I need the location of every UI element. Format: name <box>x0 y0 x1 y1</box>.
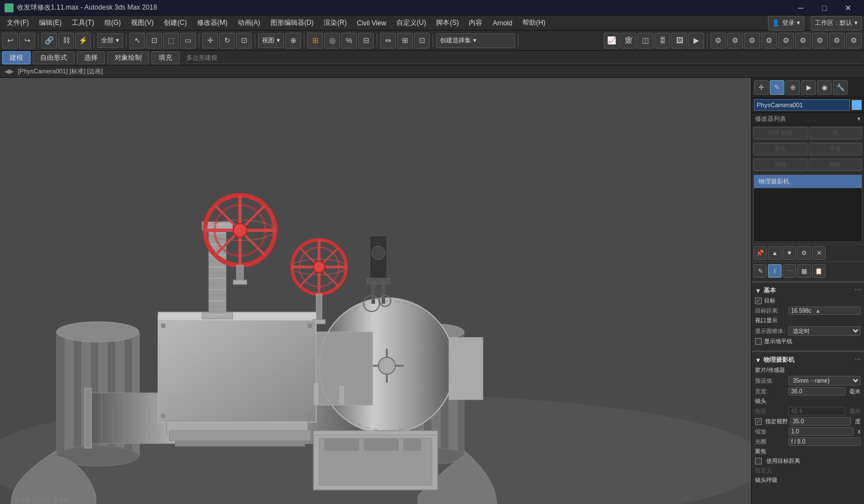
menu-arnold[interactable]: Arnold <box>488 17 517 29</box>
modify-mode-icon[interactable]: ✎ <box>770 80 784 95</box>
tab-modeling[interactable]: 建模 <box>2 51 30 64</box>
create-mode-icon[interactable]: ✛ <box>754 80 769 95</box>
snap-toggle[interactable]: ⊞ <box>307 33 323 49</box>
aperture-value[interactable]: f / 8.0 <box>788 437 861 446</box>
view-dropdown[interactable]: 视图 ▾ <box>258 33 284 48</box>
close-button[interactable]: ✕ <box>837 0 859 16</box>
link-button[interactable]: 🔗 <box>41 33 57 49</box>
render-tools-5[interactable]: ⚙ <box>778 33 794 49</box>
param-mode-icon[interactable]: I <box>768 264 782 278</box>
align-button[interactable]: ⊞ <box>397 33 413 49</box>
normals-button[interactable]: 法线 <box>753 159 808 171</box>
minimize-button[interactable]: ─ <box>789 0 812 16</box>
select-all-dropdown[interactable]: 全部 ▾ <box>97 33 123 48</box>
menu-civil-view[interactable]: Civil View <box>352 17 391 29</box>
scale-button[interactable]: ⊡ <box>236 33 252 49</box>
move-button[interactable]: ✛ <box>202 33 218 49</box>
mode-4-icon[interactable]: ▦ <box>797 264 811 278</box>
curve-editor-button[interactable]: 📈 <box>604 33 619 49</box>
render-tools-7[interactable]: ⚙ <box>812 33 828 49</box>
mode-5-icon[interactable]: 📋 <box>812 264 826 278</box>
workspace-selector[interactable]: 工作区：默认 ▾ <box>811 16 862 30</box>
menu-edit[interactable]: 编辑(E) <box>34 16 66 29</box>
render-tools-2[interactable]: ⚙ <box>727 33 743 49</box>
schematic-view-button[interactable]: 🕸 <box>621 33 636 49</box>
tab-freeform[interactable]: 自由形式 <box>33 51 75 64</box>
menu-graph-editor[interactable]: 图形编辑器(D) <box>266 16 318 29</box>
side-button[interactable]: 侧面 <box>809 159 863 171</box>
display-icon[interactable]: ◉ <box>817 80 832 95</box>
percent-snap[interactable]: % <box>341 33 357 49</box>
bind-button[interactable]: ⚡ <box>75 33 91 49</box>
hierarchy-icon[interactable]: ⊕ <box>786 80 800 95</box>
menu-modifiers[interactable]: 修改器(M) <box>193 16 232 29</box>
menu-help[interactable]: 帮助(H) <box>518 16 550 29</box>
mode-3-icon[interactable]: ⋯ <box>783 264 796 278</box>
target-dist-value[interactable]: 16.598c ▲ <box>788 306 861 315</box>
select-button[interactable]: ↖ <box>129 33 145 49</box>
configure-icon[interactable]: ⚙ <box>797 246 811 260</box>
utilities-icon[interactable]: 🔧 <box>833 80 848 95</box>
motion-icon[interactable]: ▶ <box>801 80 816 95</box>
move-down-icon[interactable]: ▼ <box>783 246 796 260</box>
zoom-value[interactable]: 1.0 <box>788 427 854 436</box>
render-tools-4[interactable]: ⚙ <box>761 33 777 49</box>
material-editor-button[interactable]: ◫ <box>638 33 653 49</box>
pencil-mode-icon[interactable]: ✎ <box>753 264 767 278</box>
tab-populate[interactable]: 填充 <box>151 51 180 64</box>
use-target-checkbox[interactable] <box>755 458 762 464</box>
render-tools-9[interactable]: ⚙ <box>846 33 862 49</box>
3d-viewport[interactable]: X: 0.0 Y: 0.0 Z: 0.0 <box>0 78 751 504</box>
pivot-button[interactable]: ⊕ <box>285 33 301 49</box>
mirror-button[interactable]: ⇔ <box>380 33 396 49</box>
spinner-snap[interactable]: ⊟ <box>358 33 374 49</box>
user-login[interactable]: 👤 登录 ▾ <box>768 16 804 30</box>
shell-button[interactable]: 壳 <box>809 127 863 139</box>
target-checkbox[interactable]: ✓ <box>755 297 762 304</box>
show-cone-dropdown[interactable]: 选定时 始终 从不 <box>788 326 861 336</box>
menu-customize[interactable]: 自定义(U) <box>392 16 431 29</box>
fov-value[interactable]: 35.0 <box>790 417 851 426</box>
menu-render[interactable]: 渲染(R) <box>319 16 351 29</box>
menu-file[interactable]: 文件(F) <box>2 16 33 29</box>
render-setup-button[interactable]: 🎛 <box>654 33 670 49</box>
preset-dropdown[interactable]: 35mm ···rame) 16mm 自定义 <box>788 376 861 385</box>
named-selection-field[interactable]: 创建选择集 ▾ <box>436 33 515 48</box>
select-window-button[interactable]: ⬚ <box>163 33 179 49</box>
render-tools-6[interactable]: ⚙ <box>795 33 811 49</box>
object-color-swatch[interactable] <box>852 100 862 110</box>
maximize-button[interactable]: □ <box>813 0 836 16</box>
tab-select[interactable]: 选择 <box>77 51 105 64</box>
modifier-item-physcam[interactable]: 物理摄影机 <box>754 175 862 189</box>
menu-animation[interactable]: 动画(A) <box>233 16 265 29</box>
rectangle-select[interactable]: ▭ <box>180 33 196 49</box>
redo-button[interactable]: ↪ <box>19 33 35 49</box>
menu-tools[interactable]: 工具(T) <box>67 16 98 29</box>
show-horizon-checkbox[interactable] <box>755 338 762 345</box>
undo-button[interactable]: ↩ <box>2 33 18 49</box>
rotate-button[interactable]: ↻ <box>219 33 235 49</box>
modifier-list-header[interactable]: 修改器列表 ▾ <box>752 113 864 125</box>
menu-view[interactable]: 视图(V) <box>126 16 158 29</box>
render-tools-1[interactable]: ⚙ <box>710 33 726 49</box>
quick-render-button[interactable]: ▶ <box>688 33 704 49</box>
pin-stack-icon[interactable]: 📌 <box>753 246 767 260</box>
extrude-button[interactable]: 挤出 <box>753 143 808 155</box>
render-tools-3[interactable]: ⚙ <box>744 33 760 49</box>
flat-button[interactable]: 平骨 <box>809 143 863 155</box>
spinner-up[interactable]: ▲ <box>815 308 821 314</box>
tab-paint[interactable]: 对象绘制 <box>107 51 149 64</box>
move-up-icon[interactable]: ▲ <box>768 246 782 260</box>
menu-content[interactable]: 内容 <box>464 16 487 29</box>
menu-group[interactable]: 组(G) <box>100 16 125 29</box>
align-dropdown[interactable]: ⊡ <box>414 33 430 49</box>
delete-modifier-icon[interactable]: ✕ <box>812 246 826 260</box>
unlink-button[interactable]: ⛓ <box>58 33 74 49</box>
render-tools-8[interactable]: ⚙ <box>829 33 845 49</box>
menu-script[interactable]: 脚本(S) <box>431 16 463 29</box>
menu-create[interactable]: 创建(C) <box>159 16 191 29</box>
fov-checkbox[interactable]: ✓ <box>755 418 762 425</box>
angle-snap[interactable]: ◎ <box>324 33 340 49</box>
width-value[interactable]: 36.0 <box>788 387 845 396</box>
ivw-button[interactable]: IVW 贴图 <box>753 127 808 139</box>
